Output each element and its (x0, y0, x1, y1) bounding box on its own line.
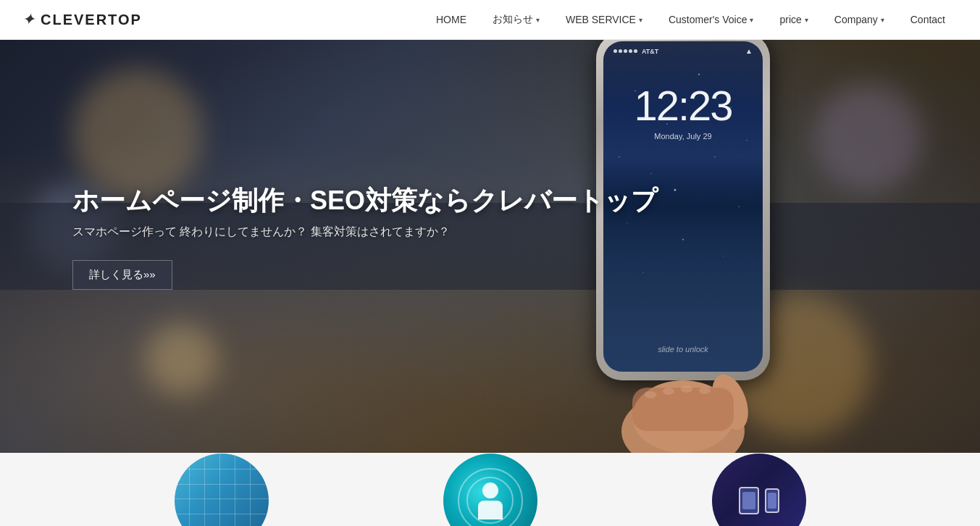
nav-item-news[interactable]: お知らせ ▾ (479, 0, 553, 40)
nav-label-contact: Contact (910, 14, 945, 25)
feature-circle-2[interactable] (443, 454, 537, 526)
feature-circle-1[interactable] (175, 454, 269, 526)
hero-title-part2: 対策ならクレバートップ (365, 185, 658, 215)
signal-dot (613, 49, 617, 53)
hero-title: ホームページ制作・SEO対策ならクレバートップ (72, 185, 658, 216)
bokeh-light (72, 69, 203, 199)
phone-signal-dots: AT&T (613, 48, 658, 55)
hero-content: ホームページ制作・SEO対策ならクレバートップ スマホページ作って 終わりにして… (72, 185, 658, 290)
grid-line-h (175, 498, 269, 499)
nav-label-news: お知らせ (493, 13, 533, 26)
nav-item-customers-voice[interactable]: Customer's Voice ▾ (656, 0, 767, 40)
grid-line-v (235, 454, 235, 526)
phone-carrier-label: AT&T (642, 48, 658, 55)
grid-line-v (250, 454, 251, 526)
chevron-down-icon: ▾ (750, 16, 753, 24)
tablet-icon (739, 487, 759, 514)
phone-time: 12:23 (603, 81, 763, 130)
hero-title-bold: SEO (310, 185, 365, 215)
grid-line-v (219, 454, 220, 526)
grid-line-h (175, 469, 269, 469)
phone-date: Monday, July 29 (603, 132, 763, 141)
nav-label-home: HOME (436, 14, 466, 25)
grid-line-h (175, 484, 269, 485)
chevron-down-icon: ▾ (536, 16, 540, 24)
signal-dot (624, 49, 627, 53)
svg-point-4 (645, 391, 656, 398)
tablet-screen (742, 492, 755, 509)
hero-subtitle: スマホページ作って 終わりにしてませんか？ 集客対策はされてますか？ (72, 225, 658, 240)
phone-status-bar: AT&T ▲ (603, 47, 763, 55)
feature-circle-3[interactable] (712, 454, 806, 526)
person-head (482, 483, 498, 498)
mobile-screen (768, 493, 776, 509)
hand-illustration (611, 301, 755, 453)
grid-line-v (189, 454, 190, 526)
chevron-down-icon: ▾ (639, 16, 642, 24)
person-body (478, 501, 503, 519)
bottom-section (0, 453, 980, 526)
bokeh-light (145, 322, 217, 395)
hero-cta-button[interactable]: 詳しく見る»» (72, 260, 172, 290)
signal-dot (619, 49, 622, 53)
main-nav: HOME お知らせ ▾ WEB SERVICE ▾ Customer's Voi… (423, 0, 958, 40)
person-silhouette (478, 483, 503, 519)
nav-item-home[interactable]: HOME (423, 0, 479, 40)
logo[interactable]: ✦ CLEVERTOP (22, 10, 142, 29)
svg-point-5 (663, 388, 674, 395)
nav-item-price[interactable]: price ▾ (766, 0, 821, 40)
nav-label-web-service: WEB SERVICE (566, 14, 636, 25)
wifi-icon: ▲ (745, 47, 753, 55)
chevron-down-icon: ▾ (805, 16, 808, 24)
hero-title-part1: ホームページ制作・ (72, 185, 310, 215)
logo-text: CLEVERTOP (41, 12, 142, 28)
nav-item-company[interactable]: Company ▾ (821, 0, 897, 40)
bokeh-light (813, 83, 922, 192)
signal-dot (629, 49, 632, 53)
chevron-down-icon: ▾ (881, 16, 884, 24)
hero-section: AT&T ▲ 12:23 Monday, July 29 slide to un… (0, 40, 980, 453)
nav-item-contact[interactable]: Contact (897, 0, 958, 40)
grid-line-h (175, 514, 269, 514)
svg-point-7 (699, 387, 711, 394)
grid-overlay (175, 454, 269, 526)
nav-label-company: Company (834, 14, 878, 25)
grid-line-v (204, 454, 205, 526)
nav-label-customers-voice: Customer's Voice (669, 14, 747, 25)
signal-dot (634, 49, 637, 53)
logo-icon: ✦ (22, 10, 35, 29)
device-icons (739, 487, 779, 514)
nav-item-web-service[interactable]: WEB SERVICE ▾ (553, 0, 656, 40)
mobile-icon (765, 488, 779, 513)
header: ✦ CLEVERTOP HOME お知らせ ▾ WEB SERVICE ▾ Cu… (0, 0, 980, 40)
nav-label-price: price (779, 14, 801, 25)
svg-point-6 (681, 385, 692, 393)
